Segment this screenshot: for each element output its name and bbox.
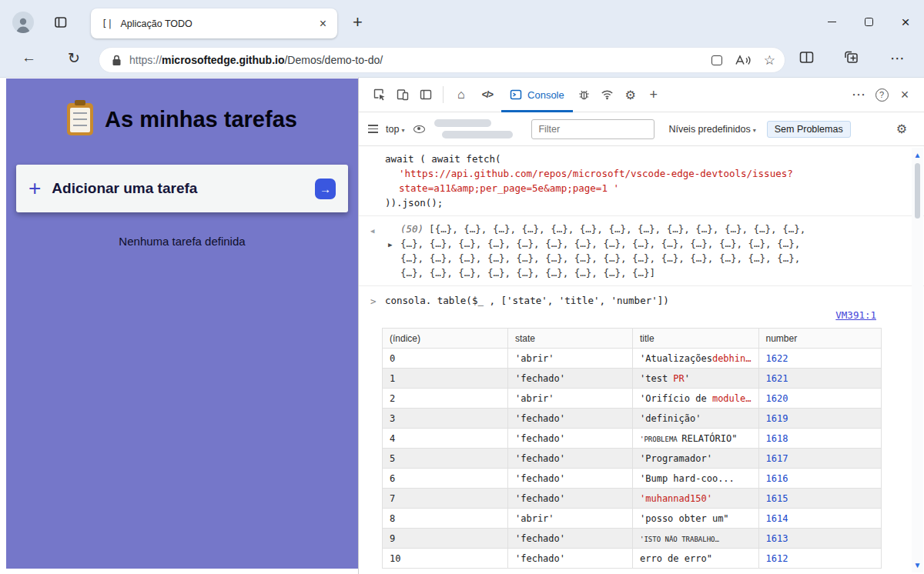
workspaces-icon[interactable] xyxy=(54,15,68,32)
title-segment: debhin… xyxy=(712,353,752,364)
issues-button[interactable]: Sem Problemas xyxy=(767,121,851,138)
refresh-button[interactable]: ↻ xyxy=(68,49,80,67)
cell-number: 1622 xyxy=(758,349,881,369)
help-icon[interactable]: ? xyxy=(870,82,893,107)
page-content: As minhas tarefas + Adicionar uma tarefa… xyxy=(0,77,924,574)
app-title: As minhas tarefas xyxy=(105,107,297,132)
live-expression-eye-icon[interactable] xyxy=(413,125,425,133)
cell-number: 1615 xyxy=(758,489,881,509)
console-toolbar: top▾ Níveis predefinidos▾ Sem Problemas … xyxy=(359,112,924,146)
tab-welcome[interactable]: ⌂ xyxy=(449,78,474,112)
browser-tab[interactable]: [| Aplicação TODO × xyxy=(91,8,337,38)
close-icon: × xyxy=(901,15,909,29)
close-window-button[interactable]: × xyxy=(887,0,924,44)
console-settings-gear-icon[interactable]: ⚙ xyxy=(890,117,913,142)
table-row: 3'fechado''definição'1619 xyxy=(383,409,882,429)
table-row: 4'fechado''PROBLEMA RELATÓRIO"1618 xyxy=(383,429,882,449)
plus-icon: + xyxy=(28,178,41,199)
maximize-icon xyxy=(865,18,873,26)
expand-triangle-icon[interactable]: ▶ xyxy=(388,238,392,252)
profile-avatar[interactable] xyxy=(12,12,34,33)
log-levels-dropdown[interactable]: Níveis predefinidos▾ xyxy=(668,124,755,135)
table-row: 5'fechado''Programador'1617 xyxy=(383,449,882,469)
scrollbar-thumb[interactable] xyxy=(915,163,920,219)
command-line: await ( await fetch( xyxy=(385,152,918,166)
split-screen-icon[interactable] xyxy=(799,51,814,67)
scroll-up-icon[interactable]: ▲ xyxy=(914,151,922,159)
title-segment: erro de erro" xyxy=(640,553,712,564)
panel-layout-icon[interactable] xyxy=(414,82,437,107)
inspect-element-icon[interactable] xyxy=(368,82,391,107)
cell-state: 'fechado' xyxy=(508,489,633,509)
cell-state: 'fechado' xyxy=(508,469,633,489)
page-box-icon[interactable] xyxy=(711,55,722,65)
context-selector[interactable]: top▾ xyxy=(386,124,404,135)
settings-gear-icon[interactable]: ⚙ xyxy=(619,82,642,107)
column-header-number[interactable]: number xyxy=(758,329,881,349)
column-header-index[interactable]: (índice) xyxy=(383,329,508,349)
tab-console[interactable]: Console xyxy=(501,78,573,112)
maximize-button[interactable] xyxy=(850,0,887,44)
console-command: > consola. table($_ , ['state', 'title',… xyxy=(359,286,924,309)
placeholder-pill xyxy=(442,131,513,138)
title-segment: 'Programador' xyxy=(640,453,712,464)
bug-icon[interactable] xyxy=(573,82,596,107)
cell-state: 'fechado' xyxy=(508,449,633,469)
command-line: )).json(); xyxy=(385,195,918,210)
tab-title: Aplicação TODO xyxy=(120,18,317,29)
source-link[interactable]: VM391:1 xyxy=(835,309,876,321)
table-row: 6'fechado''Bump hard-coo...1616 xyxy=(383,469,882,489)
cell-index: 3 xyxy=(383,409,508,429)
title-segment: RELATÓRIO" xyxy=(681,433,737,444)
add-tools-icon[interactable]: + xyxy=(642,82,665,107)
filter-input[interactable] xyxy=(531,119,654,139)
cell-title: 'Orifício de module… xyxy=(633,389,759,409)
tab-sources[interactable]: </> xyxy=(474,78,501,112)
lock-icon xyxy=(112,55,122,66)
box-glyph xyxy=(711,55,722,65)
console-command: await ( await fetch( 'https://api.github… xyxy=(359,146,924,216)
cell-state: 'abrir' xyxy=(508,389,633,409)
console-sidebar-icon[interactable] xyxy=(368,125,378,133)
submit-task-button[interactable]: → xyxy=(315,179,336,199)
home-icon: ⌂ xyxy=(457,88,465,102)
empty-tasks-message: Nenhuma tarefa definida xyxy=(6,235,358,248)
column-header-title[interactable]: title xyxy=(633,329,759,349)
device-toolbar-icon[interactable] xyxy=(391,82,414,107)
chevron-down-icon: ▾ xyxy=(401,127,404,134)
add-task-button[interactable]: + Adicionar uma tarefa → xyxy=(16,165,348,212)
cell-index: 2 xyxy=(383,389,508,409)
back-button[interactable]: ← xyxy=(22,49,36,66)
context-label: top xyxy=(386,124,399,135)
minimize-icon xyxy=(828,22,836,23)
close-devtools-icon[interactable]: × xyxy=(893,82,916,107)
network-conditions-wifi-icon[interactable] xyxy=(596,82,619,107)
cell-number: 1613 xyxy=(758,529,881,549)
browser-menu-icon[interactable]: ⋯ xyxy=(890,49,906,67)
console-tab-label: Console xyxy=(527,89,564,101)
issues-table-body: 0'abrir''Atualizaçõesdebhin…16221'fechad… xyxy=(383,349,882,569)
read-aloud-icon[interactable] xyxy=(735,54,752,66)
toolbar-divider xyxy=(443,86,444,103)
minimize-button[interactable] xyxy=(813,0,850,44)
devtools-scrollbar[interactable]: ▲ ▼ xyxy=(912,148,923,572)
address-bar[interactable]: https://microsoftedge.github.io/Demos/de… xyxy=(99,47,785,73)
table-row: 0'abrir''Atualizaçõesdebhin…1622 xyxy=(383,349,882,369)
collections-icon[interactable] xyxy=(844,51,859,67)
add-task-label: Adicionar uma tarefa xyxy=(52,180,315,197)
table-row: 8'abrir''posso obter um"1614 xyxy=(383,509,882,529)
column-header-state[interactable]: state xyxy=(508,329,633,349)
result-line: {…}, {…}, {…}, {…}, {…}, {…}, {…}, {…}, … xyxy=(400,236,918,251)
cell-state: 'fechado' xyxy=(508,549,633,569)
devtools-toolbar-right: ⋯ ? × xyxy=(847,82,916,107)
table-row: 7'fechado''muhannad150'1615 xyxy=(383,489,882,509)
favorites-star-icon[interactable]: ☆ xyxy=(764,52,775,68)
cell-state: 'fechado' xyxy=(508,369,633,389)
tab-favicon-icon: [| xyxy=(102,18,112,29)
more-options-icon[interactable]: ⋯ xyxy=(847,82,870,107)
tab-close-icon[interactable]: × xyxy=(318,17,328,31)
scroll-down-icon[interactable]: ▼ xyxy=(914,561,922,569)
new-tab-button[interactable]: + xyxy=(353,12,363,32)
url-domain: microsoftedge.github.io xyxy=(162,54,284,66)
title-segment: 'Orifício de xyxy=(640,393,712,404)
